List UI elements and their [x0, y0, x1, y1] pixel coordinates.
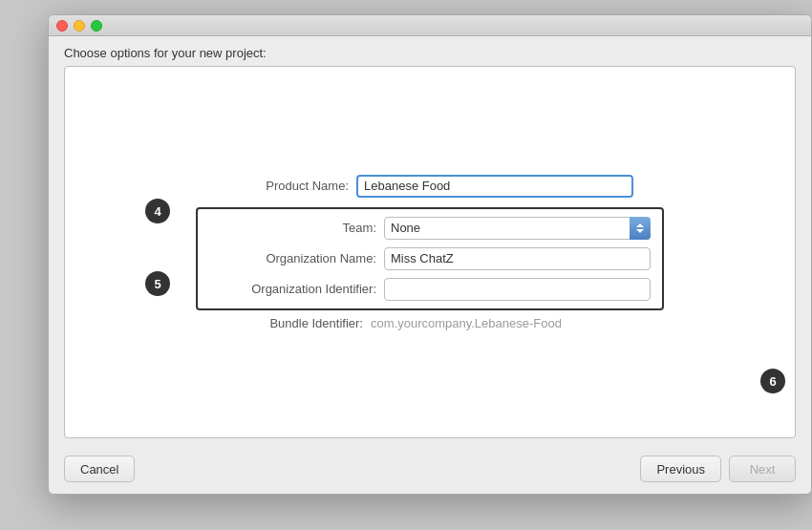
header-label: Choose options for your new project: [49, 36, 811, 66]
step-badge-5: 5 [145, 271, 170, 296]
org-id-label: Organization Identifier: [209, 282, 376, 296]
org-name-input[interactable] [384, 247, 651, 270]
product-name-input[interactable] [356, 175, 633, 198]
org-name-row: Organization Name: [209, 247, 651, 270]
main-window: Choose options for your new project: 4 5… [48, 14, 812, 495]
step-badge-4: 4 [145, 199, 170, 223]
form-container: Product Name: Team: None [196, 175, 664, 330]
previous-button[interactable]: Previous [640, 456, 721, 482]
product-name-label: Product Name: [196, 179, 349, 193]
org-id-input[interactable] [384, 278, 651, 301]
title-bar [49, 15, 811, 36]
cancel-button[interactable]: Cancel [64, 456, 135, 482]
org-id-row: Organization Identifier: [209, 278, 651, 301]
inner-box: Team: None Organiz [196, 207, 664, 310]
team-select[interactable]: None [384, 217, 651, 240]
bundle-value: com.yourcompany.Lebanese-Food [371, 316, 562, 330]
content-wrapper: 4 5 Product Name: Team: [65, 67, 795, 437]
team-row: Team: None [209, 217, 651, 240]
maximize-button[interactable] [91, 20, 102, 32]
product-name-row: Product Name: [196, 175, 633, 198]
team-label: Team: [209, 221, 376, 235]
org-name-label: Organization Name: [209, 251, 376, 265]
content-area: 4 5 Product Name: Team: [64, 66, 796, 438]
step-badge-6: 6 [760, 369, 785, 393]
bundle-label: Bundle Identifier: [196, 316, 363, 330]
next-button: Next [729, 456, 796, 482]
minimize-button[interactable] [74, 20, 85, 32]
team-select-wrapper: None [384, 217, 651, 240]
footer-right: Previous Next [640, 456, 796, 482]
bundle-row: Bundle Identifier: com.yourcompany.Leban… [196, 316, 562, 330]
close-button[interactable] [56, 20, 68, 32]
footer: Cancel Previous Next [49, 450, 811, 494]
